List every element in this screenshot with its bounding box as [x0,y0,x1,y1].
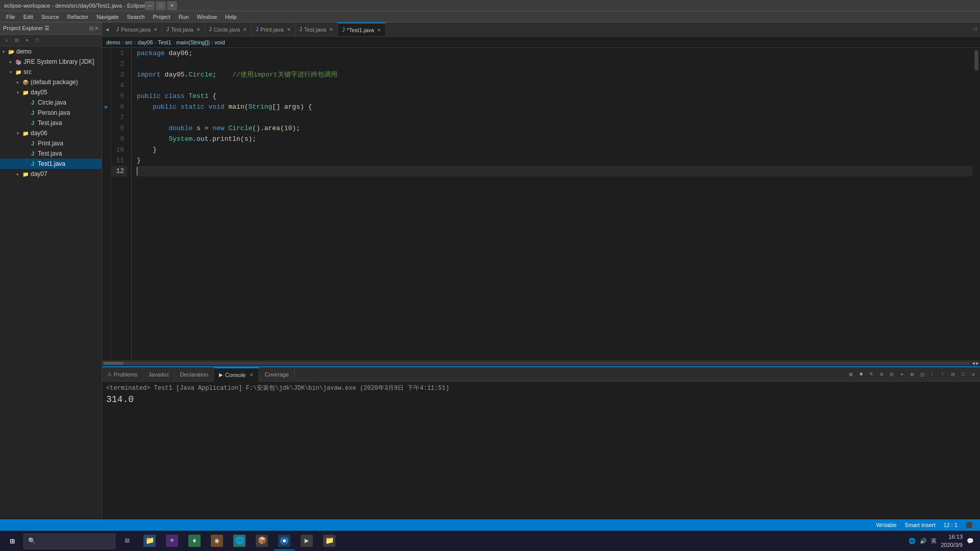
code-line-9[interactable]: System.out.println(s); [137,134,973,144]
tree-item-day06[interactable]: ▾📁day06 [0,128,102,138]
code-line-4[interactable] [137,80,973,91]
breadcrumb-item-1[interactable]: src [125,39,133,45]
bottom-tool-btn-7[interactable]: ◫ [918,370,927,379]
tree-item-day07[interactable]: ▸📁day07 [0,169,102,179]
code-line-12[interactable] [137,166,973,177]
tree-item-Person-java[interactable]: JPerson.java [0,108,102,118]
taskbar-app-media[interactable]: ▶ [297,532,317,550]
menu-item-help[interactable]: Help [221,13,241,21]
taskbar-app-browser[interactable]: 🌐 [229,532,250,550]
code-editor[interactable]: ▶ 123456789101112 package day06;import d… [102,48,973,360]
close-button[interactable]: ✕ [167,2,177,10]
tree-item-(default package)[interactable]: ▸📦(default package) [0,77,102,87]
link-with-editor-btn[interactable]: ⊡ [12,36,21,45]
breadcrumb-item-3[interactable]: Test1 [158,39,171,45]
tab-close-button[interactable]: ✕ [154,27,158,32]
menu-item-navigate[interactable]: Navigate [92,13,122,21]
code-line-5[interactable]: public class Test1 { [137,91,973,102]
tab-Circlejava[interactable]: JCircle.java✕ [205,22,252,37]
tab-Personjava[interactable]: JPerson.java✕ [112,22,162,37]
tab-close-button[interactable]: ✕ [329,27,333,32]
breadcrumb-item-2[interactable]: day06 [138,39,153,45]
start-button[interactable]: ⊞ [2,532,22,550]
taskbar-app-files[interactable]: 📁 [319,532,339,550]
code-line-10[interactable]: } [137,144,973,155]
tree-item-JRE System Library [JDK][interactable]: ▸📚JRE System Library [JDK] [0,57,102,67]
taskbar-search[interactable]: 🔍 [23,534,115,549]
taskbar-app-eclipse[interactable] [274,532,295,550]
menu-item-search[interactable]: Search [123,13,149,21]
scrollbar-thumb[interactable] [974,50,978,70]
scrollbar-thumb-x[interactable] [103,362,124,365]
bottom-tool-btn-5[interactable]: ▾ [897,370,906,379]
bottom-tool-btn-12[interactable]: ✕ [969,370,978,379]
bottom-tool-btn-0[interactable]: ⊠ [846,370,855,379]
code-line-6[interactable]: public static void main(String[] args) { [137,102,973,112]
tree-item-Print-java[interactable]: JPrint.java [0,138,102,148]
view-menu-btn[interactable]: ▾ [22,36,32,45]
breadcrumb-item-4[interactable]: main(String[]) : void [176,39,225,45]
menu-item-run[interactable]: Run [175,13,193,21]
bottom-tab-javadoc[interactable]: Javadoc [143,367,175,382]
tree-item-src[interactable]: ▾📁src [0,67,102,77]
sidebar-collapse-btn[interactable]: ⊟ [89,26,93,31]
menu-item-project[interactable]: Project [149,13,174,21]
taskbar-app-3[interactable]: ◉ [207,532,227,550]
breadcrumb-item-0[interactable]: demo [106,39,120,45]
tab-close-button[interactable]: ✕ [287,27,291,32]
code-line-7[interactable] [137,112,973,123]
tab-close-button[interactable]: ✕ [197,27,201,32]
bottom-tool-btn-10[interactable]: ⊟ [948,370,958,379]
code-line-11[interactable]: } [137,155,973,166]
bottom-tool-btn-3[interactable]: ≋ [877,370,886,379]
menu-item-window[interactable]: Window [193,13,221,21]
menu-item-edit[interactable]: Edit [19,13,37,21]
tree-item-Test1-java[interactable]: JTest1.java [0,159,102,169]
tab-scroll-left[interactable]: ◀ [102,22,112,37]
bottom-tab-declaration[interactable]: Declaration [175,367,214,382]
code-line-3[interactable]: import day05.Circle; //使用import关键字进行跨包调用 [137,69,973,80]
bottom-tool-btn-8[interactable]: ↓ [928,370,937,379]
bottom-tab-console[interactable]: ▶Console✕ [214,367,259,382]
vertical-scrollbar[interactable] [973,48,980,360]
minimize-button[interactable]: — [145,2,154,10]
bottom-tab-close[interactable]: ✕ [250,372,254,378]
tree-item-day05[interactable]: ▾📁day05 [0,87,102,97]
tab-Test1java[interactable]: J*Test1.java✕ [338,22,386,37]
code-content[interactable]: package day06;import day05.Circle; //使用i… [132,48,973,360]
tab-Testjava[interactable]: JTest.java✕ [296,22,338,37]
bottom-tool-btn-6[interactable]: ⊞ [908,370,917,379]
bottom-tab-coverage[interactable]: Coverage [259,367,295,382]
scrollbar-track[interactable] [103,362,970,365]
bottom-tool-btn-2[interactable]: ≡ [867,370,876,379]
tree-item-Test-java[interactable]: JTest.java [0,148,102,159]
taskbar-app-4[interactable]: 📦 [252,532,272,550]
bottom-tab-problems[interactable]: ⚠Problems [102,367,143,382]
code-line-8[interactable]: double s = new Circle().area(10); [137,123,973,134]
scroll-right-arrow[interactable]: ▶ [976,360,979,366]
console-content[interactable]: <terminated> Test1 [Java Application] F:… [102,382,980,519]
horizontal-scrollbar[interactable]: ◀ ▶ [102,360,980,366]
taskbar-task-view[interactable]: ⊡ [117,532,137,550]
bottom-tool-btn-9[interactable]: ↑ [938,370,947,379]
scroll-left-arrow[interactable]: ◀ [972,360,975,366]
collapse-all-btn[interactable]: ⇓ [2,36,11,45]
code-line-1[interactable]: package day06; [137,48,973,59]
taskbar-app-1[interactable]: ☀ [162,532,182,550]
tab-Printjava[interactable]: JPrint.java✕ [252,22,296,37]
maximize-view-btn[interactable]: □ [33,36,42,45]
menu-item-source[interactable]: Source [37,13,63,21]
editor-maximize-button[interactable]: □ [971,27,980,32]
code-line-2[interactable] [137,59,973,69]
bottom-tool-btn-1[interactable]: ■ [856,370,866,379]
menu-item-file[interactable]: File [2,13,19,21]
taskbar-notification-icon[interactable]: 💬 [967,538,974,544]
tree-item-Test-java[interactable]: JTest.java [0,118,102,128]
bottom-tool-btn-11[interactable]: □ [959,370,968,379]
taskbar-clock[interactable]: 16:13 2020/3/9 [941,533,963,549]
maximize-button[interactable]: □ [156,2,165,10]
taskbar-app-2[interactable]: ♦ [184,532,205,550]
tree-item-Circle-java[interactable]: JCircle.java [0,97,102,108]
taskbar-app-folder[interactable]: 📁 [139,532,160,550]
bottom-tool-btn-4[interactable]: ⊡ [887,370,896,379]
